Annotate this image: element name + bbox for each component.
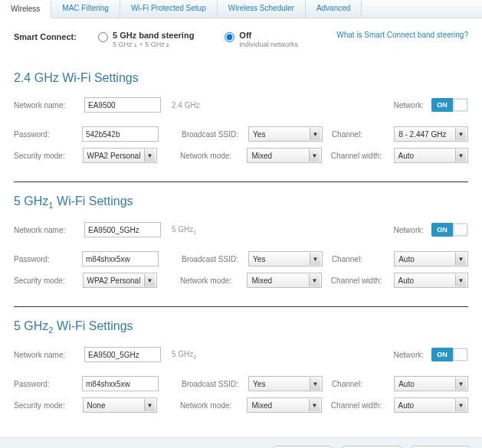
tab-wireless[interactable]: Wireless xyxy=(0,1,51,18)
tab-mac-filtering[interactable]: MAC Filtering xyxy=(51,0,120,18)
network-name-input-51[interactable] xyxy=(84,222,161,237)
network-mode-value-51: Mixed xyxy=(251,276,272,285)
label-security-mode: Security mode: xyxy=(14,152,78,160)
security-mode-select-24[interactable]: WPA2 Personal▼ xyxy=(83,148,157,163)
dropdown-arrow-icon: ▼ xyxy=(455,149,466,162)
broadcast-ssid-select-52[interactable]: Yes▼ xyxy=(248,376,323,391)
broadcast-ssid-value-51: Yes xyxy=(253,255,265,263)
dropdown-arrow-icon: ▼ xyxy=(455,253,466,265)
security-mode-select-52[interactable]: None▼ xyxy=(83,397,157,413)
channel-value-51: Auto xyxy=(398,255,415,263)
label-network: Network: xyxy=(394,101,424,110)
tab-advanced[interactable]: Advanced xyxy=(306,0,362,18)
dropdown-arrow-icon: ▼ xyxy=(309,149,320,162)
label-password: Password: xyxy=(14,380,77,388)
radio-title-off: Off xyxy=(239,31,298,40)
label-password: Password: xyxy=(14,130,77,139)
dropdown-arrow-icon: ▼ xyxy=(455,274,466,286)
dropdown-arrow-icon: ▼ xyxy=(144,399,155,411)
dropdown-arrow-icon: ▼ xyxy=(455,399,466,411)
password-input-52[interactable] xyxy=(82,376,159,391)
network-toggle-52[interactable]: ON xyxy=(431,348,468,361)
label-channel: Channel: xyxy=(332,130,389,139)
channel-select-52[interactable]: Auto▼ xyxy=(394,376,468,391)
section-title-5ghz2: 5 GHz2 Wi-Fi Settings xyxy=(14,319,468,335)
smart-connect-off[interactable]: Off Individual networks xyxy=(225,31,298,48)
label-network: Network: xyxy=(394,351,424,359)
tab-bar: Wireless MAC Filtering Wi-Fi Protected S… xyxy=(0,0,482,18)
channel-select-51[interactable]: Auto▼ xyxy=(394,251,468,267)
network-toggle-24[interactable]: ON xyxy=(431,98,468,112)
section-title-5ghz1: 5 GHz1 Wi-Fi Settings xyxy=(14,195,468,210)
section-5ghz2: 5 GHz2 Wi-Fi Settings Network name: 5 GH… xyxy=(14,306,468,431)
toggle-knob xyxy=(454,224,467,236)
security-mode-select-51[interactable]: WPA2 Personal▼ xyxy=(83,273,157,288)
label-network-name: Network name: xyxy=(14,351,80,359)
freq-tag-24: 2.4 GHz xyxy=(172,101,200,110)
label-network-mode: Network mode: xyxy=(180,276,243,285)
smart-connect-help-link[interactable]: What is Smart Connect band steering? xyxy=(336,31,468,39)
label-network: Network: xyxy=(394,226,424,234)
channel-value-52: Auto xyxy=(398,380,415,388)
network-mode-select-51[interactable]: Mixed▼ xyxy=(247,273,321,288)
label-broadcast-ssid: Broadcast SSID: xyxy=(182,380,244,388)
dropdown-arrow-icon: ▼ xyxy=(144,149,155,162)
label-channel: Channel: xyxy=(332,255,389,263)
security-mode-value-52: None xyxy=(87,401,106,410)
label-broadcast-ssid: Broadcast SSID: xyxy=(182,255,244,263)
channel-width-select-52[interactable]: Auto▼ xyxy=(394,397,468,413)
section-24ghz: 2.4 GHz Wi-Fi Settings Network name: 2.4… xyxy=(14,59,468,181)
channel-width-select-51[interactable]: Auto▼ xyxy=(394,273,468,288)
tab-wps[interactable]: Wi-Fi Protected Setup xyxy=(120,0,218,18)
dropdown-arrow-icon: ▼ xyxy=(455,128,466,140)
label-network-name: Network name: xyxy=(14,226,80,234)
label-channel-width: Channel width: xyxy=(331,276,389,285)
toggle-on-label: ON xyxy=(431,223,453,237)
channel-select-24[interactable]: 8 - 2.447 GHz▼ xyxy=(394,126,468,142)
radio-sub-off: Individual networks xyxy=(239,41,298,48)
label-channel-width: Channel width: xyxy=(331,401,389,410)
label-channel-width: Channel width: xyxy=(331,152,389,160)
toggle-on-label: ON xyxy=(431,348,453,361)
network-mode-select-52[interactable]: Mixed▼ xyxy=(247,397,321,413)
label-network-mode: Network mode: xyxy=(180,401,243,410)
smart-connect-row: Smart Connect: 5 GHz band steering 5 GHz… xyxy=(14,28,468,59)
network-toggle-51[interactable]: ON xyxy=(431,223,468,237)
radio-off[interactable] xyxy=(225,32,234,42)
channel-width-value-51: Auto xyxy=(398,276,415,285)
radio-5ghz-steering[interactable] xyxy=(98,32,108,42)
dropdown-arrow-icon: ▼ xyxy=(144,274,155,286)
dropdown-arrow-icon: ▼ xyxy=(309,274,320,286)
broadcast-ssid-select-24[interactable]: Yes▼ xyxy=(248,126,323,142)
security-mode-value-24: WPA2 Personal xyxy=(87,152,141,160)
password-input-24[interactable] xyxy=(82,126,159,142)
label-broadcast-ssid: Broadcast SSID: xyxy=(182,130,244,139)
smart-connect-label: Smart Connect: xyxy=(14,31,98,41)
network-name-input-24[interactable] xyxy=(84,97,161,113)
dropdown-arrow-icon: ▼ xyxy=(310,128,320,140)
tab-wireless-scheduler[interactable]: Wireless Scheduler xyxy=(218,0,306,18)
channel-width-select-24[interactable]: Auto▼ xyxy=(394,148,468,163)
dropdown-arrow-icon: ▼ xyxy=(309,399,320,411)
network-name-input-52[interactable] xyxy=(84,347,161,362)
label-network-name: Network name: xyxy=(14,101,80,110)
broadcast-ssid-value-24: Yes xyxy=(253,130,265,139)
network-mode-value-24: Mixed xyxy=(251,152,272,160)
network-mode-value-52: Mixed xyxy=(251,401,272,410)
toggle-knob xyxy=(454,348,467,361)
broadcast-ssid-select-51[interactable]: Yes▼ xyxy=(248,251,323,267)
label-security-mode: Security mode: xyxy=(14,276,78,285)
dropdown-arrow-icon: ▼ xyxy=(310,253,320,265)
label-password: Password: xyxy=(14,255,77,263)
channel-width-value-52: Auto xyxy=(398,401,415,410)
section-title-24ghz: 2.4 GHz Wi-Fi Settings xyxy=(14,71,468,85)
label-security-mode: Security mode: xyxy=(14,401,78,410)
toggle-on-label: ON xyxy=(431,98,453,112)
dropdown-arrow-icon: ▼ xyxy=(310,378,320,390)
channel-width-value-24: Auto xyxy=(398,152,415,160)
radio-title-steering: 5 GHz band steering xyxy=(113,31,194,40)
network-mode-select-24[interactable]: Mixed▼ xyxy=(247,148,321,163)
smart-connect-5ghz-steering[interactable]: 5 GHz band steering 5 GHz ₁ + 5 GHz ₂ xyxy=(98,31,194,48)
password-input-51[interactable] xyxy=(82,251,159,267)
security-mode-value-51: WPA2 Personal xyxy=(87,276,141,285)
